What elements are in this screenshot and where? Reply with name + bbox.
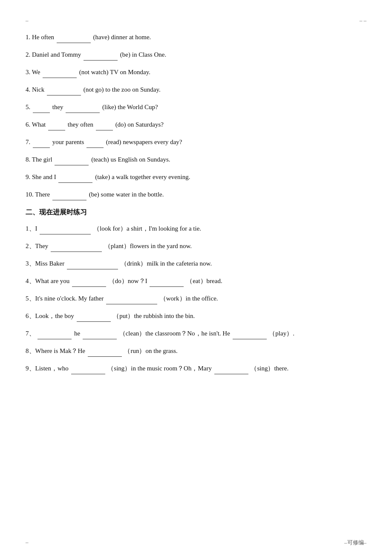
footer-left: –	[26, 539, 29, 546]
s2-exercise-5: 5、It's nine o'clock. My father （work）in …	[26, 293, 366, 304]
s2-exercise-2: 2、They （plant）flowers in the yard now.	[26, 240, 366, 252]
exercise-8: 8. The girl (teach) us English on Sunday…	[26, 154, 366, 165]
exercise-5: 5. they (like) the World Cup?	[26, 101, 366, 113]
s2-exercise-3: 3、Miss Baker （drink）milk in the cafeteri…	[26, 258, 366, 269]
ex6-blank1[interactable]	[48, 123, 65, 130]
ex5-text1: they	[52, 104, 63, 110]
s2-ex4-text2: （eat）bread.	[186, 278, 222, 284]
s2-ex6-blank[interactable]	[77, 314, 111, 322]
ex4-blank[interactable]	[47, 88, 81, 95]
s2-ex2-num: 2、They	[26, 243, 50, 249]
ex8-text: (teach) us English on Sundays.	[91, 156, 170, 163]
s2-exercise-9: 9、Listen，who （sing）in the music room？Oh，…	[26, 363, 366, 374]
s2-ex3-num: 3、Miss Baker	[26, 260, 66, 267]
footer-right: –可修编–	[344, 539, 366, 546]
s2-ex7-num: 7、	[26, 330, 35, 337]
ex6-text1: they often	[68, 121, 93, 128]
s2-ex6-num: 6、Look，the boy	[26, 312, 74, 319]
s2-ex3-text: （drink）milk in the cafeteria now.	[121, 260, 212, 267]
s2-exercise-7: 7、 he （clean）the classroom？No，he isn't. …	[26, 328, 366, 339]
header-left: –	[26, 17, 29, 24]
exercise-10: 10. There (be) some water in the bottle.	[26, 189, 366, 200]
s2-ex9-blank1[interactable]	[71, 367, 105, 374]
exercise-9: 9. She and I (take) a walk together ever…	[26, 171, 366, 183]
s2-ex2-text: （plant）flowers in the yard now.	[104, 243, 192, 249]
exercise-7: 7. your parents (read) newspapers every …	[26, 136, 366, 148]
ex1-text: (have) dinner at home.	[93, 34, 151, 40]
ex5-num: 5.	[26, 104, 30, 110]
ex1-num: 1. He often	[26, 34, 54, 40]
header-right: – –	[360, 17, 366, 24]
ex6-num: 6. What	[26, 121, 46, 128]
exercise-4: 4. Nick (not go) to the zoo on Sunday.	[26, 84, 366, 95]
s2-ex8-num: 8、Where is Mak？He	[26, 347, 85, 354]
page-header: – – –	[26, 17, 366, 24]
s2-ex4-num: 4、What are you	[26, 278, 71, 284]
ex5-blank1[interactable]	[33, 105, 50, 113]
s2-ex5-num: 5、It's nine o'clock. My father	[26, 295, 104, 302]
exercise-1: 1. He often (have) dinner at home.	[26, 32, 366, 43]
ex3-num: 3. We	[26, 69, 40, 75]
s2-ex3-blank[interactable]	[67, 262, 118, 269]
s2-ex9-num: 9、Listen，who	[26, 365, 69, 372]
ex8-blank[interactable]	[55, 158, 89, 165]
s2-ex7-blank1[interactable]	[37, 332, 72, 339]
s2-ex5-blank[interactable]	[106, 297, 157, 304]
s2-ex7-text3: （play）.	[269, 330, 294, 337]
ex9-num: 9. She and I	[26, 173, 56, 180]
ex2-blank[interactable]	[84, 53, 118, 61]
s2-ex5-text: （work）in the office.	[160, 295, 218, 302]
ex7-blank2[interactable]	[86, 140, 104, 148]
s2-ex1-num: 1、I	[26, 225, 39, 232]
ex1-blank[interactable]	[57, 35, 91, 43]
page-footer: – –可修编–	[26, 539, 366, 546]
s2-ex7-text1: he	[74, 330, 80, 337]
s2-ex6-text: （put）the rubbish into the bin.	[113, 312, 195, 319]
ex5-text2: (like) the World Cup?	[102, 104, 158, 110]
exercise-2: 2. Daniel and Tommy (be) in Class One.	[26, 49, 366, 61]
ex7-num: 7.	[26, 139, 30, 145]
ex4-num: 4. Nick	[26, 86, 44, 93]
s2-ex1-blank[interactable]	[40, 227, 91, 234]
ex3-blank[interactable]	[43, 70, 77, 78]
ex6-blank2[interactable]	[96, 123, 113, 130]
s2-exercise-8: 8、Where is Mak？He （run）on the grass.	[26, 345, 366, 357]
ex7-text2: (read) newspapers every day?	[106, 139, 182, 145]
s2-ex8-blank[interactable]	[88, 349, 122, 357]
ex8-num: 8. The girl	[26, 156, 52, 163]
s2-ex7-blank3[interactable]	[233, 332, 267, 339]
s2-ex9-blank2[interactable]	[214, 367, 248, 374]
ex7-text1: your parents	[52, 139, 84, 145]
ex10-text: (be) some water in the bottle.	[89, 191, 164, 198]
s2-exercise-6: 6、Look，the boy （put）the rubbish into the…	[26, 310, 366, 322]
exercise-6: 6. What they often (do) on Saturdays?	[26, 119, 366, 130]
ex2-num: 2. Daniel and Tommy	[26, 51, 81, 58]
ex10-blank[interactable]	[52, 193, 86, 200]
section-2: 二、现在进展时练习 1、I （look for）a shirt，I'm look…	[26, 208, 366, 374]
s2-ex2-blank[interactable]	[51, 244, 102, 252]
ex10-num: 10. There	[26, 191, 50, 198]
s2-ex4-text1: （do）now？I	[109, 278, 149, 284]
ex4-text: (not go) to the zoo on Sunday.	[84, 86, 161, 93]
ex3-text: (not watch) TV on Monday.	[79, 69, 150, 75]
s2-ex4-blank1[interactable]	[72, 279, 106, 287]
s2-ex8-text: （run）on the grass.	[124, 347, 177, 354]
s2-exercise-1: 1、I （look for）a shirt，I'm looking for a …	[26, 223, 366, 234]
s2-exercise-4: 4、What are you （do）now？I （eat）bread.	[26, 275, 366, 287]
ex2-text: (be) in Class One.	[120, 51, 166, 58]
s2-ex7-blank2[interactable]	[83, 332, 117, 339]
ex7-blank1[interactable]	[33, 140, 50, 148]
ex9-blank[interactable]	[58, 175, 92, 183]
exercise-3: 3. We (not watch) TV on Monday.	[26, 66, 366, 78]
s2-ex7-text2: （clean）the classroom？No，he isn't. He	[119, 330, 230, 337]
ex5-blank2[interactable]	[66, 105, 100, 113]
section-1: 1. He often (have) dinner at home. 2. Da…	[26, 32, 366, 200]
s2-ex9-text2: （sing）there.	[251, 365, 288, 372]
section2-title: 二、现在进展时练习	[26, 208, 366, 217]
s2-ex1-text: （look for）a shirt，I'm looking for a tie.	[93, 225, 201, 232]
ex6-text2: (do) on Saturdays?	[115, 121, 164, 128]
s2-ex9-text1: （sing）in the music room？Oh，Mary	[107, 365, 212, 372]
ex9-text: (take) a walk together every evening.	[95, 173, 190, 180]
s2-ex4-blank2[interactable]	[150, 279, 184, 287]
